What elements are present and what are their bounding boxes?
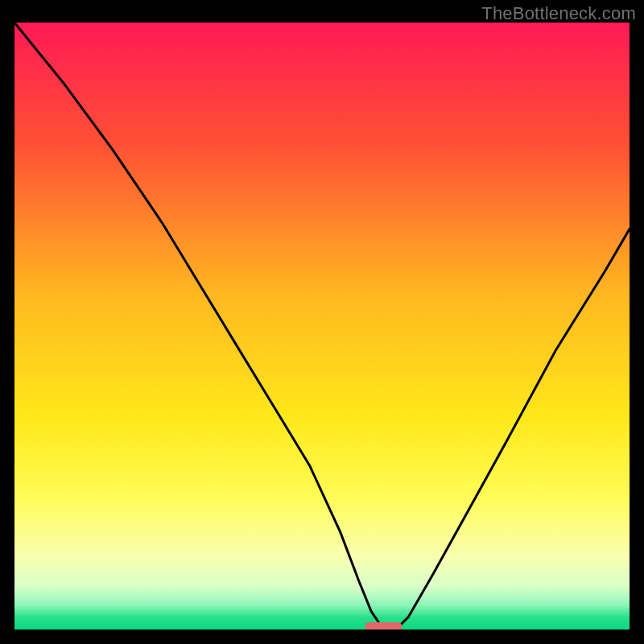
chart-frame: TheBottleneck.com xyxy=(0,0,644,644)
optimum-marker xyxy=(365,622,402,630)
watermark-text: TheBottleneck.com xyxy=(481,3,636,24)
chart-svg xyxy=(14,23,630,630)
chart-plot-area xyxy=(14,23,630,630)
gradient-background xyxy=(14,23,630,630)
